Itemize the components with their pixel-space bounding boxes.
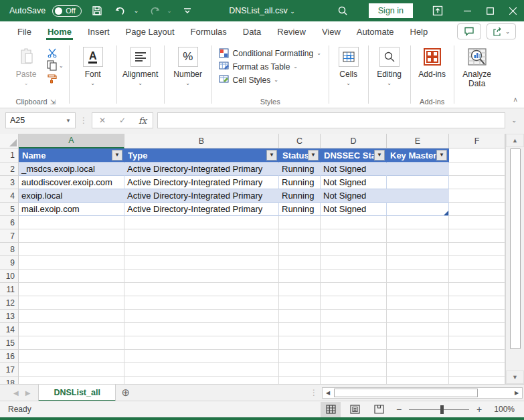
cell-B15[interactable] — [124, 336, 279, 350]
tab-review[interactable]: Review — [269, 23, 314, 40]
clipboard-dialog-launcher-icon[interactable]: ⇲ — [50, 98, 56, 106]
cell-A4[interactable]: exoip.local — [19, 189, 124, 203]
name-box[interactable]: A25 ▼ — [5, 112, 76, 128]
cell-E14[interactable] — [387, 323, 449, 336]
cell-F1[interactable] — [449, 148, 505, 163]
cell-B16[interactable] — [124, 350, 279, 363]
cell-B9[interactable] — [124, 256, 279, 270]
sheet-nav-left-icon[interactable]: ◀ — [13, 389, 19, 397]
cell-A10[interactable] — [19, 270, 124, 283]
cell-C8[interactable] — [279, 243, 321, 256]
table-header-cell-key-master[interactable]: Key Master▼ — [387, 148, 449, 163]
table-resize-handle[interactable] — [444, 211, 448, 215]
copy-button[interactable]: ⌄ — [47, 60, 64, 71]
cell-E18[interactable] — [387, 377, 449, 384]
scroll-down-icon[interactable]: ▼ — [506, 371, 524, 384]
zoom-level[interactable]: 100% — [489, 405, 515, 414]
table-header-cell-type[interactable]: Type▼ — [124, 148, 279, 163]
cell-F18[interactable] — [449, 377, 505, 384]
sign-in-button[interactable]: Sign in — [369, 3, 413, 18]
cell-B7[interactable] — [124, 229, 279, 243]
cancel-entry-icon[interactable]: ✕ — [92, 113, 112, 128]
tab-file[interactable]: File — [9, 23, 39, 40]
minimize-button[interactable] — [456, 0, 478, 21]
cell-F2[interactable] — [449, 163, 505, 176]
cell-D5[interactable]: Not Signed — [321, 203, 387, 216]
row-header-13[interactable]: 13 — [0, 310, 19, 323]
cell-F4[interactable] — [449, 189, 505, 203]
cell-A3[interactable]: autodiscover.exoip.com — [19, 176, 124, 189]
save-icon[interactable] — [88, 3, 106, 18]
cell-D17[interactable] — [321, 363, 387, 377]
cell-C17[interactable] — [279, 363, 321, 377]
row-header-12[interactable]: 12 — [0, 296, 19, 310]
cell-C16[interactable] — [279, 350, 321, 363]
confirm-entry-icon[interactable]: ✓ — [112, 113, 133, 128]
cell-B5[interactable]: Active Directory-Integrated Primary — [124, 203, 279, 216]
cell-E3[interactable] — [387, 176, 449, 189]
tab-home[interactable]: Home — [39, 23, 80, 40]
cell-B13[interactable] — [124, 310, 279, 323]
vertical-scroll-thumb[interactable] — [510, 148, 521, 349]
cell-F7[interactable] — [449, 229, 505, 243]
table-header-cell-name[interactable]: Name▼ — [19, 148, 124, 163]
row-header-9[interactable]: 9 — [0, 256, 19, 270]
cell-F17[interactable] — [449, 363, 505, 377]
redo-dropdown-icon[interactable]: ⌄ — [167, 7, 172, 14]
name-box-dropdown-icon[interactable]: ▼ — [66, 118, 71, 124]
number-menu-button[interactable]: % Number ⌄ — [169, 44, 207, 86]
cell-C7[interactable] — [279, 229, 321, 243]
select-all-corner[interactable] — [0, 134, 19, 148]
column-header-b[interactable]: B — [124, 134, 279, 148]
row-header-7[interactable]: 7 — [0, 229, 19, 243]
vertical-scrollbar[interactable]: ▲ ▼ — [505, 134, 524, 384]
redo-icon[interactable] — [145, 3, 163, 18]
row-header-15[interactable]: 15 — [0, 336, 19, 350]
cell-E6[interactable] — [387, 216, 449, 229]
formula-bar-expand-icon[interactable]: ⌄ — [509, 117, 519, 124]
cell-D14[interactable] — [321, 323, 387, 336]
cell-E17[interactable] — [387, 363, 449, 377]
cell-A16[interactable] — [19, 350, 124, 363]
cell-A17[interactable] — [19, 363, 124, 377]
scroll-right-icon[interactable]: ▶ — [511, 388, 522, 398]
cell-C11[interactable] — [279, 283, 321, 296]
scroll-left-icon[interactable]: ◀ — [323, 388, 333, 398]
analyze-data-button[interactable]: AnalyzeData — [458, 44, 496, 88]
undo-dropdown-icon[interactable]: ⌄ — [134, 7, 139, 14]
cell-B3[interactable]: Active Directory-Integrated Primary — [124, 176, 279, 189]
cell-A13[interactable] — [19, 310, 124, 323]
cell-D15[interactable] — [321, 336, 387, 350]
cell-C12[interactable] — [279, 296, 321, 310]
row-header-6[interactable]: 6 — [0, 216, 19, 229]
cell-F10[interactable] — [449, 270, 505, 283]
cell-A11[interactable] — [19, 283, 124, 296]
close-button[interactable] — [501, 0, 524, 21]
cells-menu-button[interactable]: Cells ⌄ — [333, 44, 364, 86]
column-header-e[interactable]: E — [387, 134, 449, 148]
cell-B18[interactable] — [124, 377, 279, 384]
row-header-1[interactable]: 1 — [0, 148, 19, 163]
filter-dropdown-button-key-master[interactable]: ▼ — [436, 150, 447, 161]
row-header-4[interactable]: 4 — [0, 189, 19, 203]
cell-D3[interactable]: Not Signed — [321, 176, 387, 189]
cell-F11[interactable] — [449, 283, 505, 296]
search-icon[interactable] — [334, 3, 351, 18]
format-painter-button[interactable] — [47, 74, 64, 84]
cell-C9[interactable] — [279, 256, 321, 270]
cell-A14[interactable] — [19, 323, 124, 336]
cell-F13[interactable] — [449, 310, 505, 323]
cell-E12[interactable] — [387, 296, 449, 310]
cell-F15[interactable] — [449, 336, 505, 350]
autosave-toggle[interactable]: Off — [52, 5, 81, 17]
cell-B2[interactable]: Active Directory-Integrated Primary — [124, 163, 279, 176]
cell-D16[interactable] — [321, 350, 387, 363]
undo-icon[interactable] — [112, 3, 130, 18]
cell-A15[interactable] — [19, 336, 124, 350]
cell-A7[interactable] — [19, 229, 124, 243]
table-header-cell-status[interactable]: Status▼ — [279, 148, 321, 163]
alignment-menu-button[interactable]: Alignment ⌄ — [121, 44, 160, 86]
tab-insert[interactable]: Insert — [80, 23, 118, 40]
cell-B8[interactable] — [124, 243, 279, 256]
cell-B11[interactable] — [124, 283, 279, 296]
